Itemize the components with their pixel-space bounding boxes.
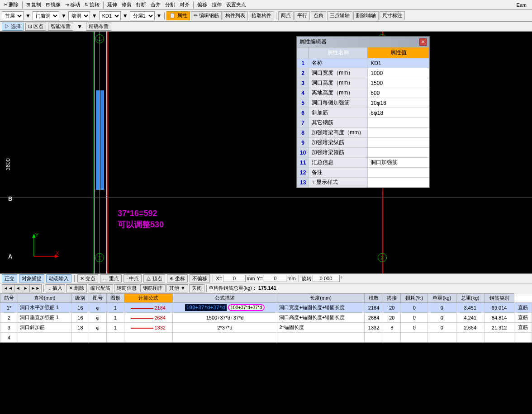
prop-row-num-1: 2 <box>297 68 309 78</box>
prop-row-name-0: 名称 <box>309 58 368 68</box>
prop-row-value-11[interactable] <box>368 168 429 178</box>
prop-row-value-3[interactable]: 600 <box>368 88 429 98</box>
edit-rebar-btn[interactable]: ✏ 编辑钢筋 <box>191 11 222 20</box>
split-btn[interactable]: 分割 <box>163 1 177 8</box>
other-btn[interactable]: 其他 ▼ <box>166 284 188 292</box>
prop-row-value-8[interactable] <box>368 138 429 148</box>
y-input[interactable] <box>264 275 286 282</box>
cell-num: 2 <box>0 313 18 323</box>
rebar-lib-btn[interactable]: 钢筋图库 <box>140 284 166 292</box>
intersection-btn[interactable]: ✕ 交点 <box>77 274 98 282</box>
setpoints-btn[interactable]: 设置夹点 <box>224 1 248 8</box>
component-list-btn[interactable]: 构件列表 <box>223 11 248 20</box>
offset-btn[interactable]: 偏移 <box>195 1 209 8</box>
property-btn[interactable]: 📋 属性 <box>166 11 190 20</box>
coord-btn[interactable]: ⊕ 坐标 <box>167 274 188 282</box>
scale-rebar-btn[interactable]: 缩尺配筋 <box>88 284 113 292</box>
dialog-close-btn[interactable]: ✕ <box>419 38 427 46</box>
prop-row-value-1[interactable]: 1000 <box>368 68 429 78</box>
table-row[interactable]: 2洞口垂直加强筋 116φ126841500+37*d+37*d洞口高度+锚固长… <box>0 313 532 323</box>
table-row[interactable]: 1*洞口水平加强筋 116φ12184100+37*d+37*d 100+37*… <box>0 303 532 313</box>
nav-controls: ◄◄ ◄ ► ►► <box>2 284 42 292</box>
table-row[interactable]: 4 <box>0 333 532 343</box>
prop-row-num-9: 10 <box>297 148 309 158</box>
rotate-btn[interactable]: ↻ 旋转 <box>83 1 101 8</box>
endpoint-btn[interactable]: — 重点 <box>100 274 122 282</box>
insert-btn[interactable]: ↓ 插入 <box>46 284 65 292</box>
delete-btn[interactable]: ✂ 删除 <box>2 1 20 8</box>
x-input[interactable] <box>223 275 246 282</box>
break-btn[interactable]: 打断 <box>134 1 148 8</box>
toolbar-second: 首层 ▼ 门窗洞 ▼ 墙洞 ▼ KD1 ▼ 分层1 ▼ 📋 属性 ✏ 编辑钢筋 … <box>0 10 532 22</box>
vertex-btn[interactable]: △ 顶点 <box>143 274 165 282</box>
prop-row-value-4[interactable]: 10φ16 <box>368 98 429 108</box>
toolbar-third: ▷ 选择 ⊡ 区点 智能布置 ▼ 精确布置 <box>0 22 532 32</box>
prop-row-value-9[interactable] <box>368 148 429 158</box>
move-btn[interactable]: ⇥ 移动 <box>63 1 82 8</box>
prop-row-value-0[interactable]: KD1 <box>368 58 429 68</box>
prop-row-value-12[interactable] <box>368 178 429 188</box>
cell-grade: φ <box>89 303 107 313</box>
prop-row-value-10[interactable]: 洞口加强筋 <box>368 158 429 168</box>
trim-btn[interactable]: 修剪 <box>120 1 133 8</box>
dynamic-input-btn[interactable]: 动态输入 <box>46 274 71 282</box>
nav-prev-btn[interactable]: ◄ <box>14 285 22 292</box>
zone-point-btn[interactable]: ⊡ 区点 <box>25 23 46 31</box>
rebar-toolbar: ◄◄ ◄ ► ►► ↓ 插入 ✕ 删除 缩尺配筋 钢筋信息 钢筋图库 其他 ▼ … <box>0 283 532 293</box>
col-num-header <box>297 47 309 58</box>
type-select[interactable]: 门窗洞 <box>33 11 59 20</box>
cell-formula[interactable]: 2*37*d <box>172 323 277 333</box>
cell-unit-weight: 2.664 <box>456 323 484 333</box>
no-offset-btn[interactable]: 不偏移 <box>190 274 210 282</box>
prop-row-value-6[interactable] <box>368 118 429 128</box>
del-axis-btn[interactable]: 删除辅轴 <box>353 11 379 20</box>
merge-btn[interactable]: 合并 <box>149 1 162 8</box>
close-btn[interactable]: 关闭 <box>189 284 204 292</box>
copy-btn[interactable]: ⊞ 复制 <box>24 1 43 8</box>
cell-formula[interactable] <box>172 333 277 343</box>
kd-select[interactable]: 墙洞 <box>68 11 90 20</box>
x-label: X= <box>216 276 222 281</box>
rebar-info-btn[interactable]: 钢筋信息 <box>114 284 139 292</box>
precise-place-btn[interactable]: 精确布置 <box>86 23 111 31</box>
cell-loss: 0 <box>428 303 456 313</box>
stretch-btn[interactable]: 拉伸 <box>210 1 223 8</box>
rotate-input[interactable] <box>313 275 340 282</box>
cell-formula[interactable]: 1500+37*d+37*d <box>172 313 277 323</box>
kd1-select[interactable]: KD1 <box>99 11 121 20</box>
sep1 <box>22 1 23 9</box>
cell-overlap: 0 <box>401 313 428 323</box>
cell-formula[interactable]: 100+37*d+37*d 100+37*d+37*d <box>172 303 277 313</box>
pick-component-btn[interactable]: 拾取构件 <box>249 11 274 20</box>
orthogonal-btn[interactable]: 正交 <box>2 274 17 282</box>
layer-select[interactable]: 首层 <box>2 11 24 20</box>
midpoint-btn[interactable]: · 中点 <box>124 274 142 282</box>
align-btn[interactable]: 对齐 <box>178 1 191 8</box>
cell-loss: 0 <box>428 313 456 323</box>
parallel-btn[interactable]: 平行 <box>294 11 310 20</box>
snap-btn[interactable]: 对象捕捉 <box>19 274 44 282</box>
cell-name: 洞口垂直加强筋 1 <box>18 313 71 323</box>
dim-label-btn[interactable]: 尺寸标注 <box>380 11 405 20</box>
annotation-line1: 37*16=592 <box>118 208 164 219</box>
prop-row-num-11: 12 <box>297 168 309 178</box>
point-angle-btn[interactable]: 点角 <box>311 11 326 20</box>
prop-row-value-2[interactable]: 1500 <box>368 78 429 88</box>
delete-rebar-btn[interactable]: ✕ 删除 <box>66 284 87 292</box>
prop-row-value-5[interactable]: 8φ18 <box>368 108 429 118</box>
table-row[interactable]: 3洞口斜加筋18φ113322*37*d2*锚固长度13328002.66421… <box>0 323 532 333</box>
x-coord-field: X= mm <box>216 275 255 282</box>
prop-row-value-7[interactable] <box>368 128 429 138</box>
extend-btn[interactable]: 延伸 <box>105 1 119 8</box>
nav-next-btn[interactable]: ► <box>22 285 29 292</box>
nav-first-btn[interactable]: ◄◄ <box>2 285 14 292</box>
mirror-btn[interactable]: ⊟ 镜像 <box>44 1 62 8</box>
prop-row-name-4: 洞口每侧加强筋 <box>309 98 368 108</box>
cell-loss <box>428 333 456 343</box>
two-point-btn[interactable]: 两点 <box>278 11 294 20</box>
three-point-btn[interactable]: 三点辅轴 <box>327 11 352 20</box>
layer1-select[interactable]: 分层1 <box>130 11 155 20</box>
select-btn[interactable]: ▷ 选择 <box>2 23 24 31</box>
nav-last-btn[interactable]: ►► <box>29 285 42 292</box>
smart-place-btn[interactable]: 智能布置 <box>48 23 73 31</box>
